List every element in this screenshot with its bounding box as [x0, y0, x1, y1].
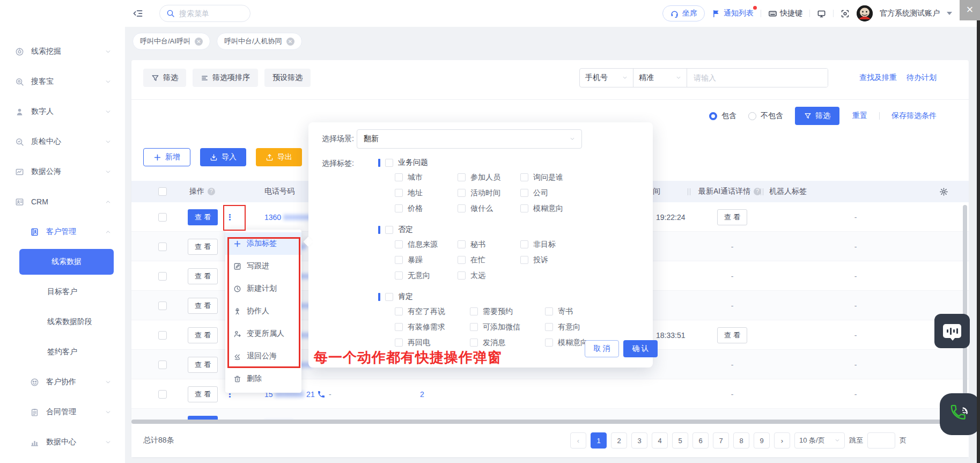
- vertical-scrollbar[interactable]: [963, 205, 967, 420]
- add-button[interactable]: 新增: [143, 148, 190, 166]
- tag-option-询问是谁[interactable]: 询问是谁: [520, 170, 583, 185]
- sidebar-item-线索数据[interactable]: 线索数据: [0, 247, 125, 277]
- tag-checkbox[interactable]: [458, 271, 466, 280]
- view-button[interactable]: 查看: [188, 327, 218, 343]
- voice-assistant-widget[interactable]: [934, 314, 970, 348]
- view-button[interactable]: 查看: [188, 209, 218, 225]
- sidebar-item-线索挖掘[interactable]: 线索挖掘: [0, 36, 125, 67]
- sidebar-item-合同管理[interactable]: 合同管理: [0, 397, 125, 427]
- menu-item-删除[interactable]: 删除: [225, 368, 301, 390]
- page-button-2[interactable]: 2: [611, 432, 627, 449]
- find-dedupe-link[interactable]: 查找及排重: [859, 73, 897, 83]
- next-page-button[interactable]: ›: [774, 432, 790, 449]
- confirm-button[interactable]: 确认: [623, 340, 658, 357]
- tag-option-有装修需求[interactable]: 有装修需求: [395, 319, 470, 335]
- page-button-6[interactable]: 6: [692, 432, 709, 449]
- tag-checkbox[interactable]: [395, 307, 403, 315]
- include-radio[interactable]: 包含: [709, 111, 736, 121]
- page-button-7[interactable]: 7: [713, 432, 729, 449]
- tag-checkbox[interactable]: [395, 323, 403, 331]
- filter-button[interactable]: 筛选: [143, 69, 186, 87]
- tag-option-可添加微信[interactable]: 可添加微信: [470, 319, 545, 335]
- view-button[interactable]: 查看: [188, 268, 218, 284]
- view-button[interactable]: 查看: [188, 298, 218, 314]
- sidebar-item-目标客户[interactable]: 目标客户: [0, 277, 125, 307]
- sidebar-item-线索数据阶段[interactable]: 线索数据阶段: [0, 307, 125, 337]
- view-button[interactable]: 查看: [188, 357, 218, 373]
- menu-search-input[interactable]: [179, 9, 233, 18]
- tag-checkbox[interactable]: [470, 339, 478, 347]
- sidebar-item-质检中心[interactable]: 质检中心: [0, 127, 125, 157]
- horizontal-scrollbar-thumb[interactable]: [131, 420, 944, 424]
- tag-checkbox[interactable]: [520, 256, 528, 264]
- tag-option-地址[interactable]: 地址: [395, 185, 458, 201]
- tag-option-活动时间[interactable]: 活动时间: [458, 185, 520, 201]
- tag-option-无意向[interactable]: 无意向: [395, 268, 458, 283]
- tag-option-暴躁[interactable]: 暴躁: [395, 252, 458, 268]
- close-icon[interactable]: ✕: [286, 38, 294, 46]
- sidebar-item-数据中心[interactable]: 数据中心: [0, 427, 125, 457]
- group-checkbox[interactable]: [385, 293, 393, 301]
- save-filter-link[interactable]: 保存筛选条件: [891, 111, 937, 121]
- call-phone-icon[interactable]: [317, 390, 326, 399]
- column-resize-handle[interactable]: [761, 188, 763, 195]
- more-actions-button[interactable]: ⋮: [226, 216, 234, 218]
- tag-checkbox[interactable]: [545, 307, 553, 315]
- tag-option-有意向[interactable]: 有意向: [545, 319, 620, 335]
- tab-chip[interactable]: 呼叫中台/人机协同✕: [217, 33, 302, 50]
- tag-checkbox[interactable]: [520, 240, 528, 248]
- tag-checkbox[interactable]: [395, 339, 403, 347]
- page-button-5[interactable]: 5: [672, 432, 688, 449]
- tag-checkbox[interactable]: [458, 240, 466, 248]
- tag-option-秘书[interactable]: 秘书: [458, 237, 520, 252]
- keyword-input[interactable]: [687, 69, 828, 87]
- tag-checkbox[interactable]: [520, 189, 528, 197]
- call-widget[interactable]: [940, 393, 980, 435]
- page-button-3[interactable]: 3: [631, 432, 647, 449]
- tag-checkbox[interactable]: [520, 204, 528, 212]
- tag-option-有空了再说[interactable]: 有空了再说: [395, 304, 470, 319]
- horizontal-scrollbar-track[interactable]: [131, 420, 969, 424]
- tag-option-太远[interactable]: 太远: [458, 268, 520, 283]
- menu-item-退回公海[interactable]: 退回公海: [225, 345, 301, 368]
- page-button-1[interactable]: 1: [591, 432, 607, 449]
- import-button[interactable]: 导入: [200, 148, 246, 166]
- field-select[interactable]: 手机号: [580, 69, 633, 87]
- sidebar-item-数字人[interactable]: 数字人: [0, 97, 125, 127]
- monitor-icon[interactable]: [817, 9, 826, 18]
- view-button[interactable]: 查看: [188, 239, 218, 255]
- tag-option-价格[interactable]: 价格: [395, 201, 458, 216]
- sidebar-item-客户管理[interactable]: 客户管理: [0, 217, 125, 247]
- menu-item-协作人[interactable]: 协作人: [225, 300, 301, 322]
- call-count[interactable]: 2: [420, 390, 424, 399]
- tag-option-寄书[interactable]: 寄书: [545, 304, 620, 319]
- tag-checkbox[interactable]: [395, 256, 403, 264]
- active-menu-pill[interactable]: 线索数据: [19, 249, 114, 275]
- window-close-button[interactable]: ×: [960, 0, 980, 20]
- page-button-9[interactable]: 9: [754, 432, 770, 449]
- tag-option-参加人员[interactable]: 参加人员: [458, 170, 520, 185]
- tag-option-模糊意向[interactable]: 模糊意向: [520, 201, 583, 216]
- row-checkbox[interactable]: [158, 242, 167, 251]
- account-name[interactable]: 官方系统测试账户: [880, 9, 940, 18]
- tab-chip[interactable]: 呼叫中台/AI呼叫✕: [132, 33, 210, 50]
- row-checkbox[interactable]: [158, 302, 167, 310]
- row-checkbox[interactable]: [158, 361, 167, 369]
- avatar[interactable]: [857, 5, 873, 21]
- help-icon[interactable]: ?: [208, 188, 215, 195]
- tag-checkbox[interactable]: [545, 339, 553, 347]
- tag-checkbox[interactable]: [395, 271, 403, 280]
- tag-option-公司[interactable]: 公司: [520, 185, 583, 201]
- tag-checkbox[interactable]: [395, 189, 403, 197]
- sidebar-item-CRM[interactable]: CRM: [0, 187, 125, 217]
- sidebar-item-客户协作[interactable]: 客户协作: [0, 367, 125, 397]
- menu-item-写跟进[interactable]: 写跟进: [225, 255, 301, 277]
- seat-button[interactable]: 坐席: [662, 5, 705, 21]
- filter-sort-button[interactable]: 筛选项排序: [193, 69, 258, 87]
- column-resize-handle[interactable]: [688, 188, 690, 195]
- tag-option-需要预约[interactable]: 需要预约: [470, 304, 545, 319]
- menu-item-添加标签[interactable]: 添加标签: [225, 232, 301, 255]
- tag-option-城市[interactable]: 城市: [395, 170, 458, 185]
- export-button[interactable]: 导出: [256, 148, 302, 166]
- menu-item-变更所属人[interactable]: 变更所属人: [225, 322, 301, 345]
